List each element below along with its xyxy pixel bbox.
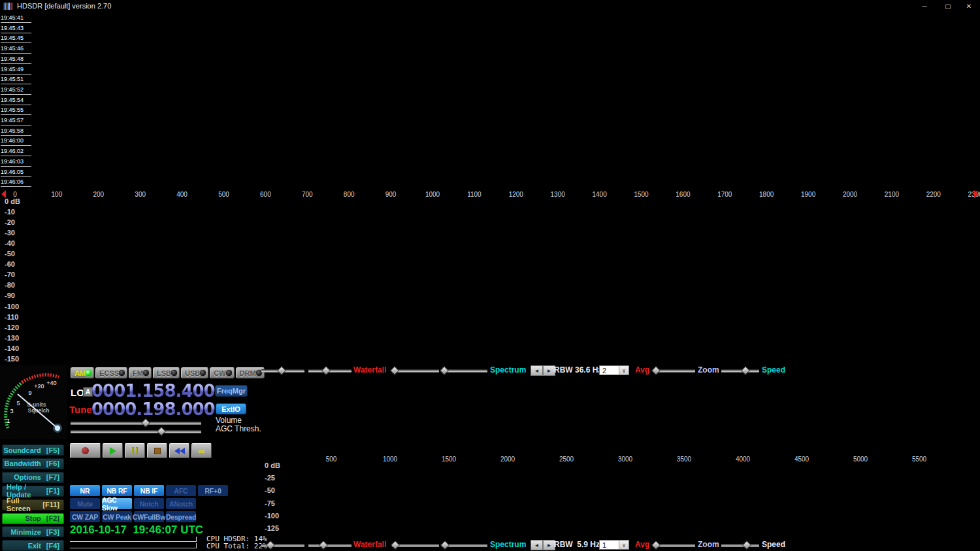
upper-avg-combo-value: 2 (600, 366, 619, 375)
lo-label: LO (71, 387, 84, 398)
slider-thumb[interactable] (440, 366, 449, 375)
zoom-waterfall-canvas[interactable] (263, 376, 977, 454)
slider-thumb[interactable] (321, 366, 331, 375)
lower-avg-combo[interactable]: 1 ∨ (599, 540, 629, 550)
volume-slider-thumb[interactable] (141, 418, 150, 427)
frequency-tick-label: 600 (260, 191, 271, 198)
extio-button[interactable]: ExtIO (216, 403, 246, 414)
slider-thumb[interactable] (440, 541, 449, 550)
upper-avg-combo[interactable]: 2 ∨ (599, 365, 629, 375)
dsp-button[interactable]: RF+0 (198, 485, 228, 496)
menu-button[interactable]: Minimize[F3] (2, 526, 64, 537)
dsp-button[interactable]: AFC (166, 485, 196, 496)
volume-slider[interactable] (71, 419, 201, 426)
frequency-tick-label: 700 (302, 191, 313, 198)
frequency-tick-label: 500 (326, 456, 337, 463)
timestamp-label: 19:46:06 (1, 178, 31, 187)
zoom-spectrum-canvas[interactable] (263, 464, 977, 539)
slider-thumb[interactable] (277, 366, 286, 375)
dsp-button[interactable]: Despread (166, 511, 196, 522)
frequency-tick-label: 1100 (467, 191, 482, 198)
lower-speed-slider[interactable] (721, 541, 759, 548)
slider-thumb[interactable] (651, 366, 661, 375)
upper-spectrum-min-slider[interactable] (392, 367, 439, 374)
slider-thumb[interactable] (651, 541, 661, 550)
upper-waterfall-label: Waterfall (353, 365, 386, 375)
lo-frequency-display[interactable]: 0001.158.400 (91, 382, 215, 399)
slider-thumb[interactable] (742, 541, 751, 550)
mode-button[interactable]: AM (71, 367, 94, 378)
dsp-button[interactable]: NB IF (134, 485, 164, 496)
dsp-button[interactable]: ANotch (166, 498, 196, 509)
upper-waterfall-brightness-slider[interactable] (261, 367, 304, 374)
slider-thumb[interactable] (741, 366, 750, 375)
lower-waterfall-contrast-slider[interactable] (308, 541, 351, 548)
main-waterfall-canvas[interactable] (0, 12, 980, 188)
rewind-button[interactable] (169, 443, 189, 458)
agc-slider-thumb[interactable] (157, 427, 166, 436)
close-icon[interactable]: ✕ (958, 0, 980, 12)
mode-button[interactable]: CW (210, 367, 234, 378)
slider-thumb[interactable] (266, 541, 275, 550)
menu-button[interactable]: Full Screen[F11] (2, 499, 64, 510)
minimize-icon[interactable]: ─ (913, 0, 936, 12)
main-spectrum-canvas[interactable] (0, 199, 980, 363)
record-button[interactable] (70, 443, 101, 458)
rbw-decrease-icon[interactable]: ◄ (531, 540, 543, 550)
upper-zoom-slider[interactable] (653, 367, 695, 374)
dsp-button[interactable]: Notch (134, 498, 164, 509)
dsp-button[interactable]: CW Peak (102, 511, 132, 522)
stop-playback-button[interactable] (147, 443, 167, 458)
main-frequency-scale[interactable] (0, 188, 980, 199)
menu-button[interactable]: Stop[F2] (2, 513, 64, 524)
menu-button[interactable]: Help / Update[F1] (2, 486, 64, 497)
db-tick-label: 0 dB (265, 461, 280, 469)
dsp-button[interactable]: NB RF (102, 485, 132, 496)
rbw-decrease-icon[interactable]: ◄ (531, 365, 543, 376)
timestamp-label: 19:45:49 (1, 65, 31, 75)
play-button[interactable] (103, 443, 123, 458)
slider-thumb[interactable] (390, 366, 399, 375)
dsp-row-1: NRNB RFNB IFAFCRF+0 (70, 485, 228, 496)
scale-scroll-right-arrow[interactable] (974, 190, 979, 198)
lower-waterfall-brightness-slider[interactable] (261, 541, 304, 548)
chevron-down-icon[interactable]: ∨ (619, 541, 629, 549)
dsp-button[interactable]: Mute (70, 498, 100, 509)
slider-thumb[interactable] (319, 541, 328, 550)
mode-button[interactable]: LSB (153, 367, 180, 378)
lower-spectrum-max-slider[interactable] (442, 541, 487, 548)
pause-button[interactable] (125, 443, 145, 458)
menu-button[interactable]: Bandwidth[F6] (2, 458, 64, 469)
timestamp-label: 19:45:43 (1, 24, 31, 33)
menu-button[interactable]: Exit[F4] (2, 540, 64, 551)
tune-frequency-display[interactable]: 0000.198.000 (91, 401, 215, 418)
upper-waterfall-contrast-slider[interactable] (308, 367, 351, 374)
dsp-row-2: MuteAGC SlowNotchANotch (70, 498, 196, 509)
timestamp-label: 19:45:58 (1, 127, 31, 136)
agc-threshold-slider[interactable] (71, 427, 201, 435)
dsp-button[interactable]: AGC Slow (102, 498, 132, 509)
mode-button-label: AM (74, 369, 86, 377)
chevron-down-icon[interactable]: ∨ (619, 366, 629, 375)
frequency-tick-label: 2500 (559, 456, 574, 463)
dsp-button[interactable]: CW ZAP (70, 511, 100, 522)
record-icon (82, 447, 89, 454)
lower-spectrum-min-slider[interactable] (392, 541, 439, 548)
loop-button[interactable]: ∞ (191, 443, 212, 458)
menu-button[interactable]: Options[F7] (2, 472, 64, 483)
upper-spectrum-max-slider[interactable] (442, 367, 487, 374)
maximize-icon[interactable]: ▢ (937, 0, 959, 12)
mode-button[interactable]: DRM (236, 367, 265, 378)
frequency-tick-label: 1800 (759, 191, 774, 198)
mode-button[interactable]: USB (181, 367, 208, 378)
mode-button[interactable]: ECSS (95, 367, 127, 378)
lower-zoom-slider[interactable] (653, 541, 695, 548)
slider-thumb[interactable] (391, 541, 400, 550)
menu-button-fkey: [F11] (42, 501, 59, 509)
mode-button[interactable]: FM (129, 367, 152, 378)
menu-button[interactable]: Soundcard[F5] (2, 444, 64, 456)
freqmgr-button[interactable]: FreqMgr (215, 385, 248, 397)
dsp-button[interactable]: CWFullBw (134, 511, 164, 522)
dsp-button[interactable]: NR (70, 485, 100, 496)
upper-speed-slider[interactable] (721, 367, 759, 374)
